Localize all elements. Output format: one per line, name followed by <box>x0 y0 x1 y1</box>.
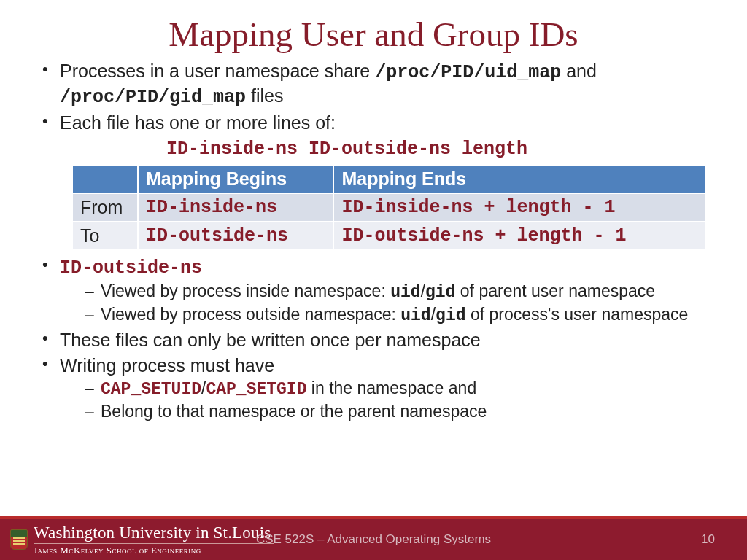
format-line: ID-inside-ns ID-outside-ns length <box>35 139 712 160</box>
cell: ID-inside-ns + length - 1 <box>333 193 705 222</box>
code-cap-setgid: CAP_SETGID <box>206 380 306 399</box>
code-id-outside: ID-outside-ns <box>60 257 202 279</box>
sub-bullet: Viewed by process inside namespace: uid/… <box>82 281 712 303</box>
cell: ID-outside-ns + length - 1 <box>333 222 705 250</box>
code-cap-setuid: CAP_SETUID <box>101 380 201 399</box>
table-corner <box>72 165 138 193</box>
bullet-4: These files can only be written once per… <box>38 329 712 351</box>
code-gid: gid <box>436 306 465 325</box>
code-uid: uid <box>390 283 420 302</box>
text: in the namespace and <box>306 378 476 397</box>
text: of parent user namespace <box>455 281 655 300</box>
sub-list: Viewed by process inside namespace: uid/… <box>60 281 712 326</box>
course-label: CSE 522S – Advanced Operating Systems <box>0 532 747 547</box>
col-ends: Mapping Ends <box>333 165 705 193</box>
bullet-1: Processes in a user namespace share /pro… <box>38 60 712 109</box>
code-uid-map: /proc/PID/uid_map <box>375 62 561 83</box>
sub-bullet: Viewed by process outside namespace: uid… <box>82 304 712 326</box>
text: Processes in a user namespace share <box>60 61 375 81</box>
bullet-list: Processes in a user namespace share /pro… <box>35 60 712 134</box>
code-gid: gid <box>425 283 455 302</box>
row-label: To <box>72 222 138 250</box>
bullet-3: ID-outside-ns Viewed by process inside n… <box>38 255 712 327</box>
col-begins: Mapping Begins <box>138 165 333 193</box>
text: Viewed by process outside namespace: <box>101 305 400 324</box>
text: files <box>246 85 283 106</box>
slide-title: Mapping User and Group IDs <box>35 15 712 54</box>
text: and <box>561 61 597 81</box>
mapping-table: Mapping Begins Mapping Ends From ID-insi… <box>71 164 706 251</box>
table-row: To ID-outside-ns ID-outside-ns + length … <box>72 222 705 250</box>
bullet-2: Each file has one or more lines of: <box>38 112 712 134</box>
bullet-5: Writing process must have CAP_SETUID/CAP… <box>38 354 712 422</box>
text: of process's user namespace <box>466 305 689 324</box>
page-number: 10 <box>701 532 715 547</box>
footer: Washington University in St.Louis James … <box>0 519 747 560</box>
bullet-list-2: ID-outside-ns Viewed by process inside n… <box>35 255 712 422</box>
code-uid: uid <box>400 306 430 325</box>
row-label: From <box>72 193 138 222</box>
slide: Mapping User and Group IDs Processes in … <box>0 0 747 560</box>
sub-list: CAP_SETUID/CAP_SETGID in the namespace a… <box>60 378 712 421</box>
cell: ID-inside-ns <box>138 193 333 222</box>
text: Writing process must have <box>60 355 274 376</box>
sub-bullet: Belong to that namespace or the parent n… <box>82 401 712 421</box>
code-gid-map: /proc/PID/gid_map <box>60 87 246 108</box>
table-header-row: Mapping Begins Mapping Ends <box>72 165 705 193</box>
table-row: From ID-inside-ns ID-inside-ns + length … <box>72 193 705 222</box>
cell: ID-outside-ns <box>138 222 333 250</box>
sub-bullet: CAP_SETUID/CAP_SETGID in the namespace a… <box>82 378 712 400</box>
footer-accent-line <box>0 516 747 519</box>
text: Viewed by process inside namespace: <box>101 281 390 300</box>
